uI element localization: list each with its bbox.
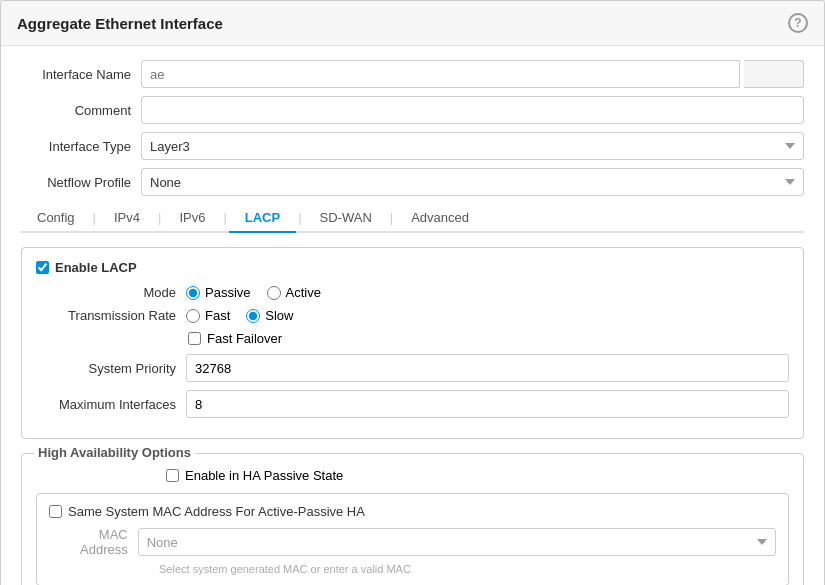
mode-active-label: Active bbox=[286, 285, 321, 300]
tab-ipv6[interactable]: IPv6 bbox=[163, 204, 221, 233]
netflow-profile-label: Netflow Profile bbox=[21, 175, 141, 190]
system-priority-row: System Priority 32768 bbox=[36, 354, 789, 382]
enable-lacp-label[interactable]: Enable LACP bbox=[55, 260, 137, 275]
tab-separator-3: | bbox=[221, 204, 228, 233]
maximum-interfaces-row: Maximum Interfaces 8 bbox=[36, 390, 789, 418]
enable-ha-label: Enable in HA Passive State bbox=[185, 468, 343, 483]
transmission-rate-radio-group: Fast Slow bbox=[186, 308, 293, 323]
interface-type-select[interactable]: Layer3 Layer2 Virtual Wire HA Decrypt Mi… bbox=[141, 132, 804, 160]
dialog-body: Interface Name 1 Comment Interface Type … bbox=[1, 46, 824, 585]
interface-type-label: Interface Type bbox=[21, 139, 141, 154]
mode-passive-radio[interactable] bbox=[186, 286, 200, 300]
mac-address-select[interactable]: None bbox=[138, 528, 776, 556]
tab-config[interactable]: Config bbox=[21, 204, 91, 233]
tab-advanced[interactable]: Advanced bbox=[395, 204, 485, 233]
tab-separator-4: | bbox=[296, 204, 303, 233]
maximum-interfaces-label: Maximum Interfaces bbox=[56, 397, 186, 412]
fast-failover-row: Fast Failover bbox=[36, 331, 789, 346]
enable-ha-checkbox[interactable] bbox=[166, 469, 179, 482]
comment-label: Comment bbox=[21, 103, 141, 118]
tab-separator-2: | bbox=[156, 204, 163, 233]
mode-active-radio[interactable] bbox=[267, 286, 281, 300]
help-icon[interactable]: ? bbox=[788, 13, 808, 33]
transmission-slow-label: Slow bbox=[265, 308, 293, 323]
tab-sdwan[interactable]: SD-WAN bbox=[304, 204, 388, 233]
enable-ha-item[interactable]: Enable in HA Passive State bbox=[166, 468, 343, 483]
fast-failover-checkbox[interactable] bbox=[188, 332, 201, 345]
mac-subsection: Same System MAC Address For Active-Passi… bbox=[36, 493, 789, 585]
system-priority-input[interactable]: 32768 bbox=[186, 354, 789, 382]
transmission-fast-item[interactable]: Fast bbox=[186, 308, 230, 323]
fast-failover-label: Fast Failover bbox=[207, 331, 282, 346]
ha-section: High Availability Options Enable in HA P… bbox=[21, 453, 804, 585]
interface-name-input[interactable] bbox=[141, 60, 740, 88]
tab-lacp[interactable]: LACP bbox=[229, 204, 296, 233]
transmission-fast-radio[interactable] bbox=[186, 309, 200, 323]
mode-passive-label: Passive bbox=[205, 285, 251, 300]
transmission-fast-label: Fast bbox=[205, 308, 230, 323]
mode-label: Mode bbox=[56, 285, 186, 300]
tab-ipv4[interactable]: IPv4 bbox=[98, 204, 156, 233]
mac-address-row: MAC Address None bbox=[49, 527, 776, 557]
maximum-interfaces-input[interactable]: 8 bbox=[186, 390, 789, 418]
dialog-title: Aggregate Ethernet Interface bbox=[17, 15, 223, 32]
lacp-section: Enable LACP Mode Passive Active bbox=[21, 247, 804, 439]
mode-radio-group: Passive Active bbox=[186, 285, 321, 300]
enable-lacp-checkbox[interactable] bbox=[36, 261, 49, 274]
fast-failover-item[interactable]: Fast Failover bbox=[188, 331, 789, 346]
transmission-slow-radio[interactable] bbox=[246, 309, 260, 323]
system-priority-label: System Priority bbox=[56, 361, 186, 376]
mac-hint: Select system generated MAC or enter a v… bbox=[49, 563, 776, 575]
netflow-profile-row: Netflow Profile None bbox=[21, 168, 804, 196]
enable-ha-row: Enable in HA Passive State bbox=[36, 468, 789, 483]
enable-lacp-row: Enable LACP bbox=[36, 260, 789, 275]
mode-passive-item[interactable]: Passive bbox=[186, 285, 251, 300]
netflow-profile-select[interactable]: None bbox=[141, 168, 804, 196]
aggregate-ethernet-dialog: Aggregate Ethernet Interface ? Interface… bbox=[0, 0, 825, 585]
interface-type-row: Interface Type Layer3 Layer2 Virtual Wir… bbox=[21, 132, 804, 160]
tab-separator-1: | bbox=[91, 204, 98, 233]
mode-active-item[interactable]: Active bbox=[267, 285, 321, 300]
interface-name-suffix[interactable]: 1 bbox=[744, 60, 804, 88]
transmission-slow-item[interactable]: Slow bbox=[246, 308, 293, 323]
mac-subsection-header: Same System MAC Address For Active-Passi… bbox=[49, 504, 776, 519]
mode-row: Mode Passive Active bbox=[36, 285, 789, 300]
mac-address-label: MAC Address bbox=[49, 527, 138, 557]
dialog-header: Aggregate Ethernet Interface ? bbox=[1, 1, 824, 46]
tabs: Config | IPv4 | IPv6 | LACP | SD-WAN | A… bbox=[21, 204, 804, 233]
tab-separator-5: | bbox=[388, 204, 395, 233]
transmission-rate-label: Transmission Rate bbox=[56, 308, 186, 323]
interface-name-label: Interface Name bbox=[21, 67, 141, 82]
same-mac-checkbox[interactable] bbox=[49, 505, 62, 518]
interface-name-row: Interface Name 1 bbox=[21, 60, 804, 88]
interface-name-group: 1 bbox=[141, 60, 804, 88]
same-mac-label: Same System MAC Address For Active-Passi… bbox=[68, 504, 365, 519]
comment-row: Comment bbox=[21, 96, 804, 124]
ha-section-title: High Availability Options bbox=[34, 445, 195, 460]
comment-input[interactable] bbox=[141, 96, 804, 124]
transmission-rate-row: Transmission Rate Fast Slow bbox=[36, 308, 789, 323]
